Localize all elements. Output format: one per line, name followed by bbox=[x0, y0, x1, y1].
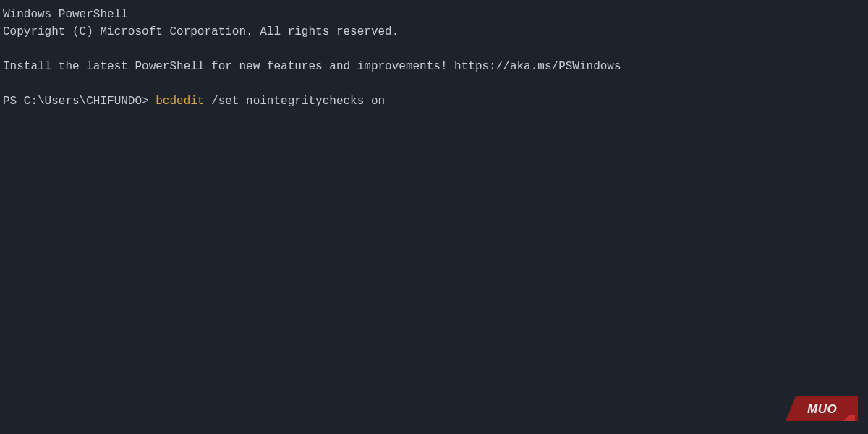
muo-logo-icon: MUO bbox=[786, 393, 858, 424]
terminal-header-copyright: Copyright (C) Microsoft Corporation. All… bbox=[3, 23, 865, 41]
terminal-notice: Install the latest PowerShell for new fe… bbox=[3, 58, 865, 75]
watermark-text: MUO bbox=[807, 402, 837, 416]
muo-watermark: MUO bbox=[786, 393, 858, 424]
command-args: /set nointegritychecks on bbox=[204, 95, 385, 108]
terminal-header-title: Windows PowerShell bbox=[3, 6, 865, 23]
prompt-path: PS C:\Users\CHIFUNDO> bbox=[3, 95, 156, 108]
terminal-prompt-line[interactable]: PS C:\Users\CHIFUNDO> bcdedit /set noint… bbox=[3, 93, 865, 110]
command-name: bcdedit bbox=[156, 95, 204, 108]
blank-spacer bbox=[3, 75, 865, 93]
blank-spacer bbox=[3, 41, 865, 58]
